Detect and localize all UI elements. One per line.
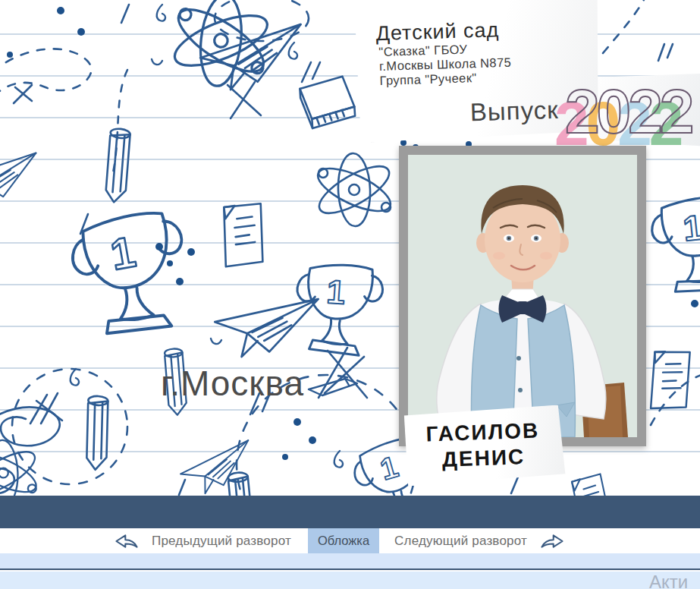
year-digit-outline: 2 [660,77,692,146]
activation-watermark: Акти [649,572,688,589]
school-note-line3: Группа "Ручеек" [379,70,512,88]
year-2022: 2022 2022 [554,80,700,156]
cover-tab[interactable]: Обложка [308,528,379,553]
year-outline: 2022 [565,80,691,143]
name-note[interactable]: ГАСИЛОВ ДЕНИС [400,405,565,486]
year-digit-outline: 2 [628,77,660,146]
name-first: ДЕНИС [441,445,525,472]
next-spread-button[interactable]: Следующий разворот [394,528,565,553]
cover-tab-label: Обложка [318,534,369,548]
status-strip-top [0,553,700,570]
arrow-right-icon [539,531,565,551]
navigation-bar: Предыдущий разворот Обложка Следующий ра… [0,528,700,553]
year-digit-outline: 0 [597,77,629,146]
year-digit-outline: 2 [565,77,597,146]
city-label: г.Москва [161,363,304,404]
next-spread-label: Следующий разворот [394,534,527,549]
toolbar-spacer [0,496,700,528]
school-note-details: "Сказка" ГБОУ г.Москвы Школа N875 Группа… [378,41,512,88]
status-strip-bottom [0,572,700,589]
previous-spread-label: Предыдущий разворот [152,534,291,549]
paper-plane-doodle [0,24,318,496]
issue-label: Выпуск [469,96,559,128]
name-last: ГАСИЛОВ [425,418,540,446]
app-window: 1 [0,0,700,589]
album-cover-canvas: 1 [0,0,700,496]
arrow-left-icon [114,531,140,551]
portrait-photo[interactable] [399,146,646,446]
portrait-illustration [408,155,637,437]
previous-spread-button[interactable]: Предыдущий разворот [114,528,291,553]
